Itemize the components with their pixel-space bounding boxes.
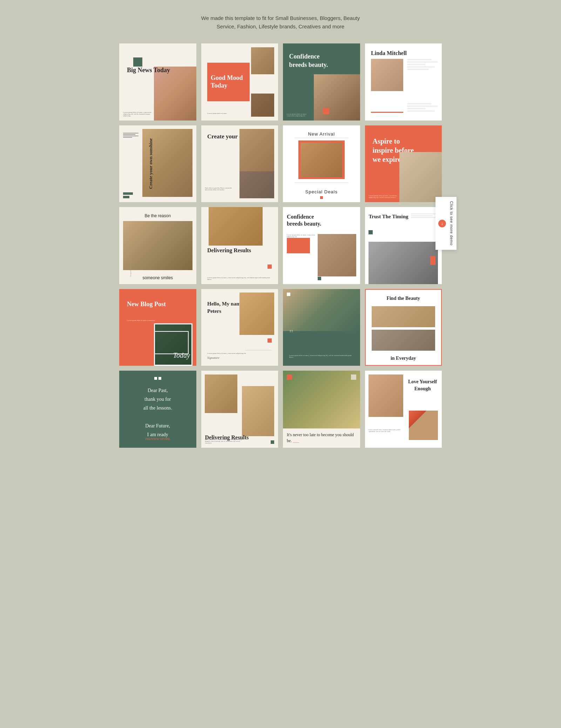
divider-top bbox=[295, 138, 349, 138]
top-text: New Arrival bbox=[283, 131, 360, 137]
card-title: Delivering Results bbox=[207, 247, 251, 254]
title-top: Find the Beauty bbox=[369, 296, 437, 301]
photo-bottom bbox=[372, 330, 435, 351]
divider-bottom bbox=[295, 183, 349, 183]
card-patricia-peters: Hello, My name is Patricia Peters Lorem … bbox=[201, 289, 278, 366]
card-dear-past: Dear Past, thank you for all the lessons… bbox=[119, 371, 196, 448]
orange-dot bbox=[268, 338, 272, 343]
person-name: Linda Mitchell bbox=[371, 50, 407, 57]
body-text: Lorem ipsum dolor sit amet, consectetur … bbox=[207, 277, 273, 280]
card-create-sunshine-rotated: Create your own sunshine bbox=[119, 125, 196, 202]
bottom-text: Special Deals bbox=[283, 189, 360, 194]
card-text: Dear Past, thank you for all the lessons… bbox=[119, 386, 196, 439]
photo-person bbox=[318, 234, 356, 276]
side-text: Instagram @handle • Fashion Beauty Style bbox=[130, 246, 131, 276]
photo-flowers bbox=[283, 289, 360, 331]
photo-right bbox=[239, 129, 274, 171]
today-label: Today bbox=[173, 351, 190, 359]
demo-arrow-icon: ↓ bbox=[438, 220, 446, 227]
featured-photo bbox=[298, 140, 345, 179]
card-good-mood-today: Good Mood Today Lorem ipsum dolor sit am… bbox=[201, 43, 278, 121]
photo-person bbox=[154, 67, 196, 121]
body-text: Lorem ipsum dolor sit amet, consectetur … bbox=[207, 352, 273, 354]
orange-accent bbox=[287, 375, 292, 380]
card-title: New Blog Post bbox=[127, 300, 166, 308]
orange-accent bbox=[287, 238, 310, 253]
orange-dot bbox=[320, 196, 323, 199]
header-subtitle: We made this template to fit for Small B… bbox=[119, 14, 442, 22]
card-title: Trust The Timing bbox=[369, 213, 411, 220]
template-grid: Big News Today Lorem ipsum dolor sit ame… bbox=[119, 43, 442, 448]
photo-main bbox=[369, 375, 403, 417]
body-text: Lorem ipsum dolor sit amet, consectetur … bbox=[287, 113, 314, 117]
orange-line bbox=[371, 112, 403, 113]
quote-text: Lorem ipsum dolor sit amet, consectetur … bbox=[289, 355, 354, 358]
bottom-text: It's never too late to become you should… bbox=[287, 432, 356, 444]
teal-accent bbox=[133, 57, 142, 67]
dash: ___ bbox=[293, 438, 299, 443]
body-text: Love yourself first, because that's who … bbox=[369, 429, 403, 432]
demo-button-label: Click to see more demo bbox=[450, 201, 454, 246]
teal-dot bbox=[271, 440, 274, 444]
card-new-blog-post: New Blog Post Today Lorem ipsum dolor si… bbox=[119, 289, 196, 366]
header-subtitle2: Service, Fashion, Lifestyle brands, Crea… bbox=[119, 22, 442, 31]
photo-right bbox=[242, 386, 274, 436]
title-bottom: in Everyday bbox=[369, 356, 437, 361]
body-text: life is short, live it. love is rare, gr… bbox=[205, 439, 243, 444]
signature: Signature bbox=[207, 356, 219, 359]
text-block-right bbox=[407, 59, 438, 71]
card-trust-timing: Trust The Timing bbox=[365, 207, 442, 284]
photo-left bbox=[205, 375, 237, 413]
quote-mark: " bbox=[289, 327, 293, 339]
card-title-rotated: Create your own sunshine bbox=[148, 138, 154, 189]
card-confidence-teal: Confidence breeds beauty. Lorem ipsum do… bbox=[283, 43, 360, 121]
orange-accent bbox=[430, 256, 435, 265]
photo-inner bbox=[300, 143, 342, 177]
card-confidence-white: Confidence breeds beauty. Lorem ipsum do… bbox=[283, 207, 360, 284]
teal-dot bbox=[318, 277, 321, 280]
body-text: Lorem ipsum dolor sit amet. bbox=[207, 112, 234, 114]
card-create-sunshine: Create your own Sunshine Quis ultrices g… bbox=[201, 125, 278, 202]
text-lines-right bbox=[411, 213, 438, 219]
photo-person bbox=[369, 242, 438, 284]
white-border bbox=[154, 331, 189, 354]
body-text: Quis ultrices gravida. Risus commodo mae… bbox=[205, 187, 239, 191]
body-text: Lorem ipsum dolor sit amet, consectetur … bbox=[123, 111, 154, 117]
body-text: Lorem ipsum dolor sit amet, consectetur … bbox=[287, 234, 318, 238]
card-big-news-today: Big News Today Lorem ipsum dolor sit ame… bbox=[119, 43, 196, 121]
orange-accent bbox=[323, 108, 329, 114]
card-title: Good Mood Today bbox=[211, 74, 246, 89]
demo-button[interactable]: Click to see more demo ↓ bbox=[435, 197, 457, 250]
photo-person bbox=[209, 207, 263, 246]
photo-person bbox=[239, 293, 274, 335]
photo-bottom bbox=[251, 94, 274, 117]
rotated-text-container: Create your own sunshine bbox=[126, 125, 176, 202]
photo-top bbox=[251, 47, 274, 74]
card-love-yourself: Love Yourself Enough Love yourself first… bbox=[365, 371, 442, 448]
card-find-beauty: Find the Beauty in Everyday bbox=[365, 289, 442, 366]
card-teal-quote: " Lorem ipsum dolor sit amet, consectetu… bbox=[283, 289, 360, 366]
divider bbox=[245, 350, 272, 350]
photo-top bbox=[372, 306, 435, 327]
photo-person bbox=[399, 152, 442, 202]
body-text: Lorem ipsum dolor sit amet, consectetur … bbox=[369, 195, 398, 198]
top-text: Be the reason bbox=[119, 213, 196, 218]
card-delivering-results-2: Delivering Results life is short, live i… bbox=[201, 371, 278, 448]
dot-2 bbox=[158, 377, 161, 380]
card-be-the-reason: Be the reason someone smiles Instagram @… bbox=[119, 207, 196, 284]
card-title: Confidence breeds beauty. bbox=[287, 213, 329, 228]
teal-accent bbox=[369, 230, 373, 234]
cta-text: PREVIEW STORE bbox=[119, 435, 196, 441]
white-dot bbox=[287, 293, 290, 296]
white-accent bbox=[351, 375, 356, 380]
photo-person bbox=[371, 59, 403, 91]
card-aspire-inspire: Aspire to inspire before we expire Lorem… bbox=[365, 125, 442, 202]
dot-accents bbox=[154, 377, 161, 380]
card-title: Confidence breeds beauty. bbox=[289, 53, 332, 69]
dot-1 bbox=[154, 377, 157, 380]
card-linda-mitchell: Linda Mitchell bbox=[365, 43, 442, 121]
photo-nature bbox=[283, 371, 360, 428]
orange-dot bbox=[268, 265, 272, 269]
card-new-arrival: New Arrival Special Deals bbox=[283, 125, 360, 202]
card-title: Big News Today bbox=[127, 67, 170, 74]
